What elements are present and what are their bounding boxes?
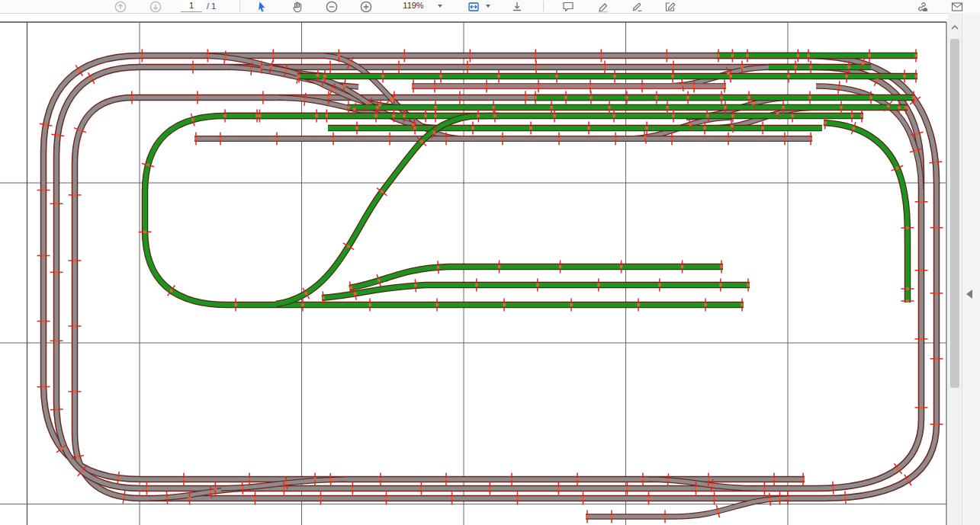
track-outline-green-right-branch <box>824 123 908 303</box>
comment-button[interactable] <box>562 1 574 13</box>
fill-sign-button[interactable] <box>631 1 644 13</box>
pdf-viewer-window: 1 / 1 119% <box>0 0 980 525</box>
share-link-button[interactable] <box>916 1 928 13</box>
hand-tool-icon <box>291 1 304 13</box>
zoom-out-button[interactable] <box>326 1 338 13</box>
fill-sign-icon <box>631 1 644 13</box>
hand-tool-button[interactable] <box>291 1 304 13</box>
email-button[interactable] <box>951 1 963 13</box>
page-total-label: / 1 <box>207 1 216 12</box>
panel-expand-arrow-icon[interactable] <box>966 290 972 299</box>
fit-width-button[interactable] <box>511 1 523 13</box>
highlight-icon <box>597 1 609 13</box>
highlight-button[interactable] <box>597 1 609 13</box>
page-number-input[interactable]: 1 <box>181 0 202 12</box>
email-icon <box>951 1 963 13</box>
zoom-out-icon <box>326 1 338 13</box>
toolbar-separator <box>239 1 240 11</box>
previous-page-icon <box>114 1 127 13</box>
track-outer-loop-a <box>43 56 937 498</box>
next-page-button[interactable] <box>149 1 162 13</box>
page-fit-button[interactable] <box>468 1 480 13</box>
comment-icon <box>562 1 574 13</box>
track-green-right-branch <box>824 123 908 303</box>
zoom-in-icon <box>360 1 372 13</box>
page-fit-caret-down-icon[interactable] <box>486 5 490 8</box>
track-plan-svg[interactable] <box>0 0 980 525</box>
right-panel-strip <box>962 13 980 525</box>
previous-page-button[interactable] <box>114 1 127 13</box>
toolbar-separator <box>543 1 544 11</box>
share-link-icon <box>916 1 928 13</box>
zoom-level-select[interactable]: 119% <box>394 0 432 11</box>
zoom-caret-down-icon[interactable] <box>438 5 442 8</box>
scroll-up-button[interactable] <box>949 22 960 33</box>
track-balloon-loop <box>145 116 744 305</box>
edit-pdf-button[interactable] <box>664 1 676 13</box>
zoom-in-button[interactable] <box>360 1 372 13</box>
page-fit-icon <box>468 1 480 13</box>
select-tool-icon <box>256 1 268 13</box>
track-outline-balloon-loop <box>145 116 744 305</box>
vertical-scrollbar[interactable] <box>948 13 962 525</box>
edit-pdf-icon <box>664 1 676 13</box>
track-outline-outer-loop-a <box>43 56 937 498</box>
next-page-icon <box>149 1 162 13</box>
chevron-up-icon <box>949 22 960 33</box>
fit-width-icon <box>511 1 523 13</box>
toolbar: 1 / 1 119% <box>0 0 980 14</box>
select-tool-button[interactable] <box>256 1 268 13</box>
scrollbar-thumb[interactable] <box>950 39 959 388</box>
tracks-layer <box>43 56 937 517</box>
